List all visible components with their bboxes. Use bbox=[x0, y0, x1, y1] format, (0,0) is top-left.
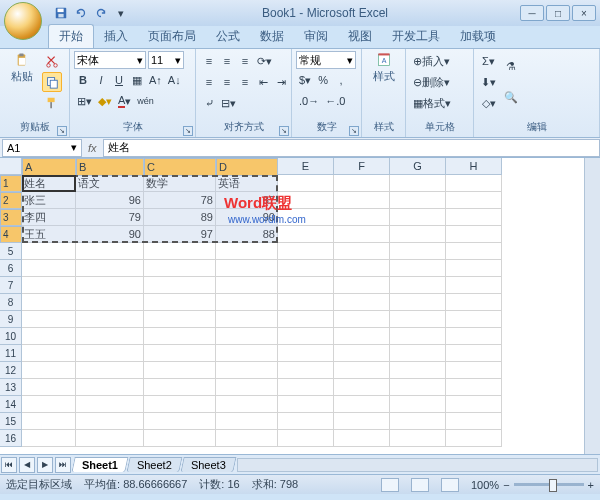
cell[interactable] bbox=[216, 413, 278, 430]
font-name-select[interactable]: 宋体▾ bbox=[74, 51, 146, 69]
cell[interactable] bbox=[334, 362, 390, 379]
number-launcher-icon[interactable]: ↘ bbox=[349, 126, 359, 136]
paste-button[interactable]: 粘贴 bbox=[4, 51, 40, 86]
number-format-select[interactable]: 常规▾ bbox=[296, 51, 356, 69]
grow-font-icon[interactable]: A↑ bbox=[146, 70, 165, 90]
shrink-font-icon[interactable]: A↓ bbox=[165, 70, 184, 90]
bold-button[interactable]: B bbox=[74, 70, 92, 90]
cell[interactable] bbox=[446, 396, 502, 413]
cell[interactable] bbox=[278, 413, 334, 430]
sort-filter-icon[interactable]: ⚗ bbox=[501, 51, 521, 81]
percent-icon[interactable]: % bbox=[314, 70, 332, 90]
cell[interactable] bbox=[22, 260, 76, 277]
cell[interactable] bbox=[446, 243, 502, 260]
fill-color-button[interactable]: ◆▾ bbox=[95, 91, 115, 111]
cell[interactable] bbox=[334, 311, 390, 328]
zoom-level[interactable]: 100% bbox=[471, 479, 499, 491]
spreadsheet-grid[interactable]: ABCDEFGH 12345678910111213141516 姓名语文数学英… bbox=[0, 158, 600, 454]
font-size-select[interactable]: 11▾ bbox=[148, 51, 184, 69]
cell[interactable] bbox=[390, 362, 446, 379]
cell[interactable] bbox=[22, 345, 76, 362]
row-header-9[interactable]: 9 bbox=[0, 311, 22, 328]
cell[interactable] bbox=[144, 430, 216, 447]
row-header-4[interactable]: 4 bbox=[0, 226, 22, 243]
align-center-icon[interactable]: ≡ bbox=[218, 72, 236, 92]
row-header-15[interactable]: 15 bbox=[0, 413, 22, 430]
cell[interactable] bbox=[216, 379, 278, 396]
tab-formulas[interactable]: 公式 bbox=[206, 25, 250, 48]
cell[interactable] bbox=[390, 379, 446, 396]
cell[interactable] bbox=[390, 345, 446, 362]
view-pagebreak-icon[interactable] bbox=[441, 478, 459, 492]
cell[interactable] bbox=[76, 413, 144, 430]
align-bottom-icon[interactable]: ≡ bbox=[236, 51, 254, 71]
cell[interactable] bbox=[278, 379, 334, 396]
col-header-E[interactable]: E bbox=[278, 158, 334, 175]
qat-dropdown-icon[interactable]: ▾ bbox=[112, 4, 130, 22]
cell[interactable] bbox=[76, 294, 144, 311]
cell[interactable] bbox=[216, 396, 278, 413]
cell[interactable] bbox=[76, 345, 144, 362]
zoom-out-button[interactable]: − bbox=[503, 479, 509, 491]
cell[interactable] bbox=[278, 209, 334, 226]
col-header-H[interactable]: H bbox=[446, 158, 502, 175]
cell[interactable] bbox=[334, 243, 390, 260]
col-header-G[interactable]: G bbox=[390, 158, 446, 175]
cell[interactable] bbox=[334, 192, 390, 209]
cell[interactable] bbox=[334, 226, 390, 243]
save-icon[interactable] bbox=[52, 4, 70, 22]
cell[interactable] bbox=[22, 413, 76, 430]
cell[interactable] bbox=[144, 243, 216, 260]
zoom-in-button[interactable]: + bbox=[588, 479, 594, 491]
redo-icon[interactable] bbox=[92, 4, 110, 22]
cell[interactable] bbox=[216, 328, 278, 345]
row-header-5[interactable]: 5 bbox=[0, 243, 22, 260]
cell[interactable] bbox=[390, 277, 446, 294]
zoom-slider[interactable] bbox=[514, 483, 584, 486]
cell[interactable] bbox=[22, 243, 76, 260]
row-header-11[interactable]: 11 bbox=[0, 345, 22, 362]
font-launcher-icon[interactable]: ↘ bbox=[183, 126, 193, 136]
cell[interactable] bbox=[446, 430, 502, 447]
cell[interactable] bbox=[390, 243, 446, 260]
office-button[interactable] bbox=[4, 2, 42, 40]
cell[interactable] bbox=[390, 430, 446, 447]
indent-inc-icon[interactable]: ⇥ bbox=[272, 72, 290, 92]
sheet-nav-first-icon[interactable]: ⏮ bbox=[1, 457, 17, 473]
cell[interactable] bbox=[334, 277, 390, 294]
fx-icon[interactable]: fx bbox=[88, 142, 97, 154]
cell[interactable] bbox=[22, 379, 76, 396]
cell[interactable]: 97 bbox=[144, 226, 216, 243]
view-normal-icon[interactable] bbox=[381, 478, 399, 492]
cell[interactable] bbox=[278, 345, 334, 362]
cell[interactable] bbox=[334, 260, 390, 277]
cell[interactable]: 李四 bbox=[22, 209, 76, 226]
cell[interactable] bbox=[278, 226, 334, 243]
dec-decimal-icon[interactable]: ←.0 bbox=[322, 91, 348, 111]
cell[interactable] bbox=[446, 277, 502, 294]
row-header-10[interactable]: 10 bbox=[0, 328, 22, 345]
cell[interactable] bbox=[76, 362, 144, 379]
name-box[interactable]: A1▾ bbox=[2, 139, 82, 157]
sheet-tab-1[interactable]: Sheet1 bbox=[71, 457, 128, 472]
italic-button[interactable]: I bbox=[92, 70, 110, 90]
cell[interactable] bbox=[144, 413, 216, 430]
cell[interactable] bbox=[446, 192, 502, 209]
wrap-text-icon[interactable]: ⤶ bbox=[200, 93, 218, 113]
align-middle-icon[interactable]: ≡ bbox=[218, 51, 236, 71]
cell[interactable] bbox=[390, 311, 446, 328]
close-button[interactable]: × bbox=[572, 5, 596, 21]
cell[interactable] bbox=[278, 260, 334, 277]
col-header-D[interactable]: D bbox=[216, 158, 278, 176]
cell[interactable] bbox=[446, 328, 502, 345]
tab-review[interactable]: 审阅 bbox=[294, 25, 338, 48]
tab-home[interactable]: 开始 bbox=[48, 24, 94, 48]
tab-data[interactable]: 数据 bbox=[250, 25, 294, 48]
cell[interactable] bbox=[446, 226, 502, 243]
cell[interactable] bbox=[278, 175, 334, 192]
comma-icon[interactable]: , bbox=[332, 70, 350, 90]
cell[interactable] bbox=[216, 260, 278, 277]
cell[interactable] bbox=[278, 277, 334, 294]
styles-button[interactable]: A 样式 bbox=[366, 51, 401, 86]
undo-icon[interactable] bbox=[72, 4, 90, 22]
